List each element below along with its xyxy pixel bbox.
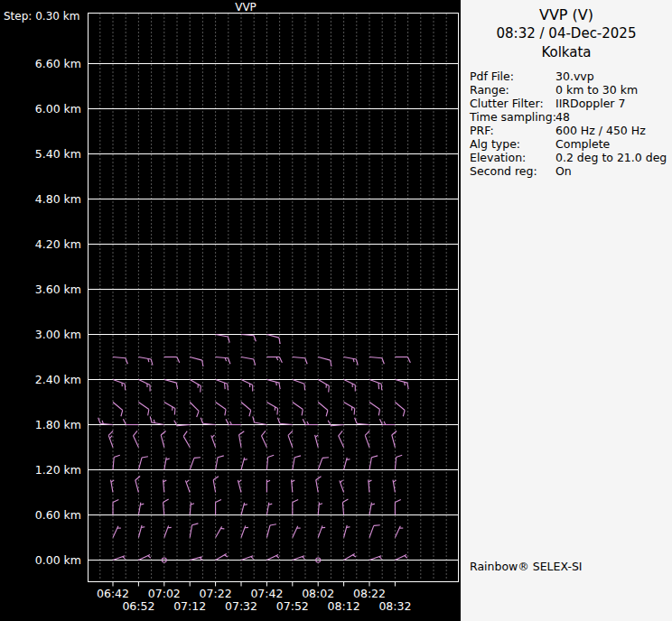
panel-datetime: 08:32 / 04-Dec-2025 bbox=[461, 25, 672, 42]
y-axis-label: 4.20 km bbox=[0, 237, 81, 251]
param-value: On bbox=[555, 164, 572, 178]
param-row: Clutter Filter:IIRDoppler 7 bbox=[470, 97, 668, 110]
param-label: Elevation: bbox=[470, 151, 555, 164]
y-axis-label: 5.40 km bbox=[0, 147, 81, 161]
param-row: Second reg:On bbox=[470, 164, 668, 178]
param-value: IIRDoppler 7 bbox=[555, 97, 625, 110]
y-axis-label: 1.80 km bbox=[0, 418, 81, 431]
parameter-list: Pdf File:30.vvpRange:0 km to 30 kmClutte… bbox=[461, 70, 672, 178]
y-axis-label: 6.60 km bbox=[0, 57, 81, 70]
param-row: Time sampling:48 bbox=[470, 110, 668, 124]
param-row: Range:0 km to 30 km bbox=[470, 83, 668, 97]
param-value: 0 km to 30 km bbox=[555, 83, 638, 97]
param-row: PRF:600 Hz / 450 Hz bbox=[470, 124, 668, 137]
param-value: Complete bbox=[555, 137, 610, 151]
side-panel: VVP (V) 08:32 / 04-Dec-2025 Kolkata Pdf … bbox=[461, 0, 672, 621]
x-axis-label: 06:42 bbox=[97, 588, 129, 600]
param-value: 48 bbox=[555, 110, 570, 124]
y-axis-label: 0.00 km bbox=[0, 553, 81, 567]
x-axis-label: 07:12 bbox=[173, 600, 206, 613]
x-axis-label: 07:02 bbox=[148, 588, 181, 600]
panel-footer: Rainbow® SELEX-SI bbox=[470, 560, 583, 573]
param-value: 30.vvp bbox=[555, 70, 594, 83]
x-axis-label: 07:42 bbox=[250, 588, 283, 600]
x-axis-label: 08:22 bbox=[353, 588, 386, 600]
y-axis-label: 1.20 km bbox=[0, 463, 81, 477]
vvp-window: Step: 0.30 km VVP 6.60 km6.00 km5.40 km4… bbox=[0, 0, 672, 621]
panel-site: Kolkata bbox=[461, 44, 672, 60]
param-label: Clutter Filter: bbox=[470, 97, 555, 110]
x-axis-label: 07:22 bbox=[200, 588, 232, 600]
x-axis-label: 07:52 bbox=[276, 600, 309, 613]
param-label: Time sampling: bbox=[470, 110, 555, 124]
param-row: Pdf File:30.vvp bbox=[470, 70, 668, 83]
panel-title: VVP (V) bbox=[461, 6, 672, 23]
param-row: Elevation:0.2 deg to 21.0 deg bbox=[470, 151, 668, 164]
plot-area: Step: 0.30 km VVP 6.60 km6.00 km5.40 km4… bbox=[0, 0, 461, 621]
x-axis-label: 07:32 bbox=[225, 600, 257, 613]
y-axis-label: 3.00 km bbox=[0, 328, 81, 341]
param-label: Pdf File: bbox=[470, 70, 555, 83]
param-value: 600 Hz / 450 Hz bbox=[555, 124, 646, 137]
x-axis-label: 08:12 bbox=[328, 600, 360, 613]
param-label: Range: bbox=[470, 83, 555, 97]
param-row: Alg type:Complete bbox=[470, 137, 668, 151]
x-axis-label: 08:32 bbox=[378, 600, 411, 613]
wind-barb-chart bbox=[0, 0, 461, 621]
x-axis-label: 08:02 bbox=[302, 588, 334, 600]
y-axis-label: 6.00 km bbox=[0, 102, 81, 116]
y-axis-label: 0.60 km bbox=[0, 508, 81, 522]
param-label: Alg type: bbox=[470, 137, 555, 151]
param-value: 0.2 deg to 21.0 deg bbox=[555, 151, 667, 164]
y-axis-label: 3.60 km bbox=[0, 283, 81, 296]
y-axis-label: 4.80 km bbox=[0, 192, 81, 206]
param-label: PRF: bbox=[470, 124, 555, 137]
y-axis-label: 2.40 km bbox=[0, 373, 81, 386]
param-label: Second reg: bbox=[470, 164, 555, 178]
x-axis-label: 06:52 bbox=[122, 600, 154, 613]
